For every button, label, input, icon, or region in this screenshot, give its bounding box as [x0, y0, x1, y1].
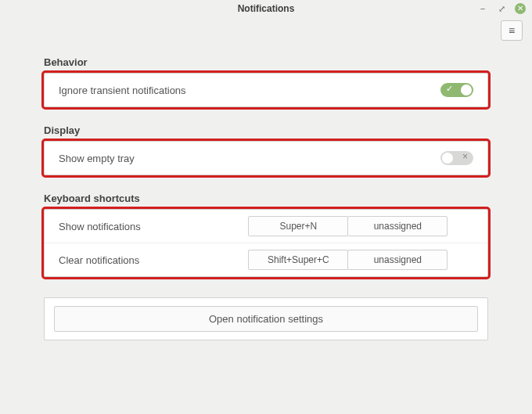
table-row: Clear notifications Shift+Super+C unassi…: [45, 243, 487, 277]
behavior-section-label: Behavior: [44, 56, 488, 68]
menu-button[interactable]: ≡: [501, 20, 523, 41]
close-icon[interactable]: ✕: [515, 3, 526, 14]
show-empty-tray-label: Show empty tray: [59, 153, 135, 164]
footer-panel: Open notification settings: [44, 297, 488, 340]
behavior-panel: Ignore transient notifications: [44, 73, 488, 107]
footer: Open notification settings: [0, 297, 532, 340]
minimize-icon[interactable]: −: [477, 3, 488, 14]
open-notification-settings-button[interactable]: Open notification settings: [54, 306, 478, 332]
main-content: Behavior Ignore transient notifications …: [0, 44, 532, 277]
shortcut-label: Clear notifications: [45, 243, 248, 277]
show-empty-tray-toggle[interactable]: [440, 151, 473, 165]
toggle-knob: [442, 153, 453, 164]
table-row: Show notifications Super+N unassigned: [45, 210, 487, 243]
shortcut-secondary[interactable]: unassigned: [347, 250, 448, 270]
shortcut-secondary[interactable]: unassigned: [347, 216, 448, 236]
window-controls: − ⤢ ✕: [477, 3, 526, 14]
shortcut-primary[interactable]: Super+N: [248, 216, 348, 236]
shortcuts-section-label: Keyboard shortcuts: [44, 193, 488, 204]
ignore-transient-row: Ignore transient notifications: [45, 74, 487, 106]
shortcuts-table: Show notifications Super+N unassigned Cl…: [45, 210, 487, 276]
ignore-transient-toggle[interactable]: [440, 83, 473, 97]
titlebar: Notifications − ⤢ ✕: [0, 0, 532, 17]
toolbar: ≡: [0, 17, 532, 44]
display-section-label: Display: [44, 124, 488, 136]
hamburger-icon: ≡: [509, 25, 515, 36]
shortcut-primary[interactable]: Shift+Super+C: [248, 250, 348, 270]
shortcut-label: Show notifications: [45, 210, 248, 243]
window-title: Notifications: [238, 3, 295, 14]
ignore-transient-label: Ignore transient notifications: [59, 85, 186, 96]
maximize-icon[interactable]: ⤢: [496, 3, 507, 14]
display-panel: Show empty tray: [44, 141, 488, 175]
toggle-knob: [461, 85, 472, 95]
show-empty-tray-row: Show empty tray: [45, 142, 487, 175]
shortcuts-panel: Show notifications Super+N unassigned Cl…: [44, 209, 488, 277]
